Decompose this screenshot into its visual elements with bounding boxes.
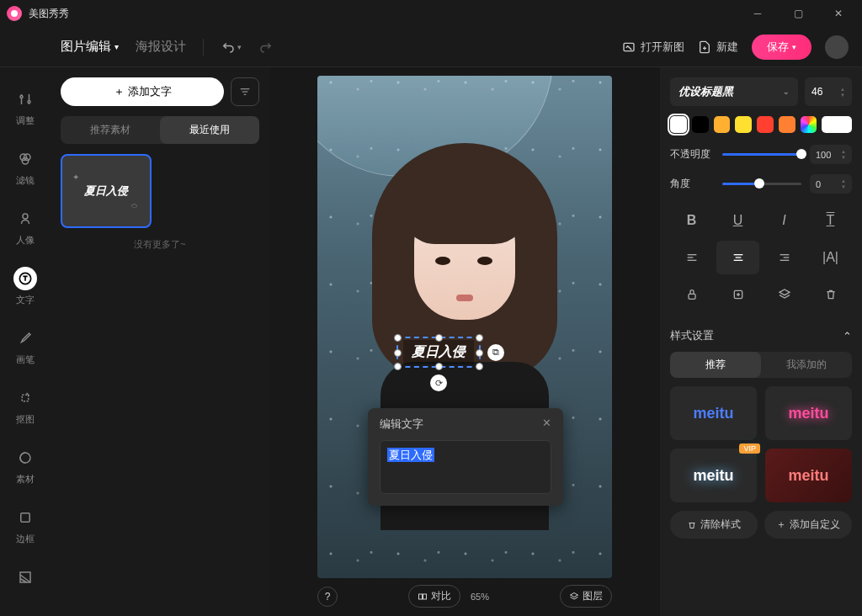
italic-button[interactable]: I — [763, 204, 806, 237]
clear-style-button[interactable]: 清除样式 — [670, 511, 758, 539]
color-swatch-yellow[interactable] — [735, 116, 752, 133]
svg-point-9 — [22, 158, 29, 165]
align-left-button[interactable] — [670, 241, 713, 274]
add-custom-button[interactable]: ＋添加自定义 — [764, 511, 852, 539]
text-template[interactable]: ✦ ⬭ 夏日入侵 — [61, 154, 152, 228]
align-right-button[interactable] — [763, 241, 806, 274]
chevron-down-icon: ▾ — [114, 42, 119, 51]
compare-button[interactable]: 对比 — [408, 585, 460, 608]
edit-text-popup: 编辑文字 ✕ 夏日入侵 — [368, 408, 563, 506]
undo-button[interactable]: ▾ — [221, 40, 242, 55]
help-button[interactable]: ? — [317, 587, 338, 607]
color-swatch-black[interactable] — [692, 116, 709, 133]
opacity-slider[interactable] — [722, 153, 801, 156]
svg-rect-13 — [21, 513, 30, 523]
font-select[interactable]: 优设标题黑⌄ — [670, 77, 798, 106]
color-swatch-orange[interactable] — [714, 116, 731, 133]
divider — [203, 39, 204, 56]
user-avatar[interactable] — [825, 35, 849, 59]
window-close-button[interactable]: ✕ — [828, 3, 849, 24]
style-tab-mine[interactable]: 我添加的 — [761, 352, 852, 378]
portrait-icon — [13, 207, 37, 231]
resize-handle[interactable] — [394, 349, 402, 357]
resize-handle[interactable] — [435, 334, 443, 342]
style-preset[interactable]: meitu — [765, 386, 852, 440]
frame-icon — [13, 506, 37, 529]
resize-handle[interactable] — [394, 334, 402, 342]
bold-button[interactable]: B — [670, 204, 713, 237]
svg-rect-31 — [689, 294, 695, 299]
popup-title: 编辑文字 — [380, 417, 423, 432]
window-minimize-button[interactable]: ─ — [748, 3, 768, 24]
sidebar-item-portrait[interactable]: 人像 — [0, 197, 51, 257]
popup-close-button[interactable]: ✕ — [542, 417, 551, 432]
background-icon — [13, 566, 37, 589]
color-swatch-current[interactable] — [822, 116, 852, 133]
color-swatch-darkorange[interactable] — [779, 116, 795, 133]
filter-icon — [13, 147, 37, 171]
color-swatch-red[interactable] — [757, 116, 774, 133]
sidebar-item-frame[interactable]: 边框 — [0, 496, 51, 555]
layer-button[interactable] — [763, 278, 806, 311]
style-preset[interactable]: meitu — [670, 386, 757, 440]
vip-badge: VIP — [739, 443, 760, 454]
svg-rect-21 — [423, 594, 426, 599]
resize-handle[interactable] — [476, 363, 483, 370]
window-maximize-button[interactable]: ▢ — [788, 3, 808, 24]
duplicate-button[interactable] — [716, 278, 759, 311]
resize-handle[interactable] — [435, 363, 443, 370]
font-size-input[interactable]: 46▲▼ — [805, 77, 852, 106]
sidebar-item-adjust[interactable]: 调整 — [0, 77, 51, 137]
sidebar-item-cutout[interactable]: 抠图 — [0, 376, 51, 436]
lock-button[interactable] — [670, 278, 713, 311]
save-button[interactable]: 保存▾ — [752, 35, 811, 60]
tab-recommend-material[interactable]: 推荐素材 — [61, 116, 160, 144]
style-preset[interactable]: meitu — [765, 449, 852, 502]
resize-handle[interactable] — [476, 349, 483, 357]
filter-button[interactable] — [231, 77, 259, 106]
layers-button[interactable]: 图层 — [560, 585, 612, 608]
delete-button[interactable] — [809, 278, 852, 311]
redo-button[interactable] — [258, 40, 274, 55]
tab-recent-material[interactable]: 最近使用 — [160, 116, 259, 144]
align-center-button[interactable] — [716, 241, 759, 274]
link-icon[interactable]: ⧉ — [487, 344, 504, 361]
svg-point-1 — [20, 96, 23, 98]
angle-value[interactable]: 0▲▼ — [810, 174, 852, 194]
text-overlay[interactable]: 夏日入侵 ⧉ ⟳ — [396, 337, 481, 368]
tab-poster-design[interactable]: 海报设计 — [136, 39, 186, 55]
app-title: 美图秀秀 — [29, 7, 69, 21]
letter-spacing-button[interactable]: |A| — [809, 241, 852, 274]
chevron-down-icon: ⌄ — [783, 88, 790, 96]
style-preset[interactable]: meituVIP — [670, 449, 757, 502]
rotate-icon[interactable]: ⟳ — [430, 374, 447, 391]
resize-handle[interactable] — [394, 363, 402, 370]
sidebar-item-filter[interactable]: 滤镜 — [0, 137, 51, 197]
sidebar-item-brush[interactable]: 画笔 — [0, 316, 51, 376]
sidebar-item-text[interactable]: 文字 — [0, 257, 51, 316]
add-text-button[interactable]: ＋添加文字 — [61, 77, 224, 106]
chevron-down-icon: ▾ — [792, 43, 796, 51]
opacity-value[interactable]: 100▲▼ — [810, 145, 852, 164]
color-swatch-white[interactable] — [670, 116, 687, 133]
no-more-label: 没有更多了~ — [61, 238, 259, 251]
angle-slider[interactable] — [722, 183, 801, 185]
text-icon — [13, 267, 37, 290]
resize-handle[interactable] — [476, 334, 483, 342]
open-image-button[interactable]: 打开新图 — [622, 40, 684, 55]
underline-button[interactable]: U — [716, 204, 759, 237]
material-icon — [13, 446, 37, 470]
zoom-level[interactable]: 65% — [471, 592, 489, 602]
canvas[interactable]: 夏日入侵 ⧉ ⟳ 编辑文字 ✕ 夏日入侵 — [317, 76, 612, 578]
template-text-label: 夏日入侵 — [84, 183, 128, 199]
text-input[interactable]: 夏日入侵 — [380, 440, 551, 494]
tab-image-edit[interactable]: 图片编辑▾ — [61, 39, 119, 55]
strikethrough-button[interactable]: T — [809, 204, 852, 237]
style-section-header[interactable]: 样式设置 ⌃ — [670, 320, 852, 352]
sidebar-item-material[interactable]: 素材 — [0, 436, 51, 496]
new-button[interactable]: 新建 — [698, 40, 738, 55]
color-picker-button[interactable] — [801, 116, 817, 133]
svg-rect-20 — [418, 594, 422, 599]
sidebar-item-background[interactable] — [0, 555, 51, 599]
style-tab-recommend[interactable]: 推荐 — [670, 352, 761, 378]
